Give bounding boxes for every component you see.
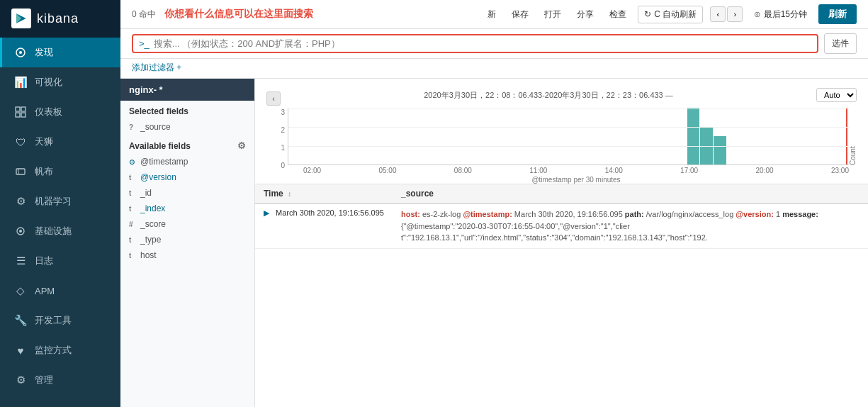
right-panel: ‹ 2020年3月30日，22：08：06.433-2020年3月30日，22：… [255,79,868,407]
y-tick-2: 2 [281,126,285,134]
inspect-button[interactable]: 检查 [605,6,631,23]
field-type-number: # [129,221,136,228]
sidebar-item-label: 仪表板 [35,106,62,118]
expand-row-button[interactable]: ▶ [264,208,269,218]
sidebar-item-label: 开发工具 [35,314,72,327]
left-panel: nginx- * Selected fields ? _source Avail… [120,79,255,407]
chart-collapse-button[interactable]: ‹ [266,91,281,106]
chart-bars-container [288,108,849,165]
results-area[interactable]: Time ↕ _source ▶ March 30th [255,184,868,407]
ml-icon: ⚙ [13,194,28,208]
kibana-logo-text: kibana [37,11,79,26]
topbar-right: 新 保存 打开 分享 检查 ↻ C 自动刷新 ‹ › ⊙ 最后15分钟 刷新 [483,4,857,24]
share-button[interactable]: 分享 [573,6,598,23]
field-type-clock: ⊙ [129,158,136,166]
svg-point-1 [19,51,22,54]
source-val-path: /var/log/nginx/access_log [646,210,736,218]
svg-rect-4 [16,113,20,117]
field-type-text5: t [129,252,136,260]
nav-next-button[interactable]: › [727,6,743,22]
content-area: nginx- * Selected fields ? _source Avail… [120,79,868,407]
field-type[interactable]: t _type [120,232,254,247]
auto-refresh-label: C 自动刷新 [654,9,697,21]
col-time[interactable]: Time ↕ [255,184,393,203]
field-type-text: t [129,174,136,182]
x-label-11: 11:00 [529,167,547,174]
sort-icon: ↕ [288,190,291,198]
x-label-02: 02:00 [303,167,321,174]
chart-bar-tall [687,108,700,165]
search-prompt-icon: >_ [139,38,150,49]
y-tick-3: 3 [281,108,285,116]
field-index[interactable]: t _index [120,201,254,216]
sidebar-item-monitoring[interactable]: ♥ 监控方式 [0,335,120,365]
discover-icon [13,45,28,60]
field-host[interactable]: t host [120,247,254,263]
chart-x-labels: 02:00 05:00 08:00 11:00 14:00 17:00 20:0… [288,165,849,174]
source-key-message: message: [782,210,818,218]
topbar-left: 0 命中 你想看什么信息可以在这里面搜索 [132,8,313,21]
x-label-23: 23:00 [831,167,849,174]
apm-icon: ◇ [13,284,28,298]
svg-rect-6 [16,169,25,174]
sidebar-item-label: 日志 [35,255,53,267]
sidebar-item-tianshi[interactable]: 🛡 天狮 [0,127,120,157]
sidebar-item-infra[interactable]: 基础设施 [0,216,120,246]
source-val-host: es-2-zk-log [422,210,463,218]
index-pattern-header[interactable]: nginx- * [120,79,254,101]
x-label-08: 08:00 [454,167,472,174]
infra-icon [13,224,28,238]
sidebar-item-discover[interactable]: 发现 [0,38,120,67]
search-input[interactable] [154,38,811,49]
sidebar-item-label: 基础设施 [35,225,72,238]
gear-icon[interactable]: ⚙ [237,140,246,151]
source-val-timestamp: March 30th 2020, 19:16:56.095 [514,210,625,218]
auto-refresh-button[interactable]: ↻ C 自动刷新 [638,6,703,23]
chart-interval-select[interactable]: Auto [816,88,857,102]
source-key-path: path: [625,210,644,218]
field-timestamp[interactable]: ⊙ @timestamp [120,154,254,169]
source-key-version: @version: [735,210,774,218]
source-val-message: {"@timestamp":"2020-03-30T07:16:55-04:00… [401,222,708,242]
source-cell: host: es-2-zk-log @timestamp: March 30th… [393,203,868,248]
visualize-icon: 📊 [13,75,28,89]
sidebar-item-label: 可视化 [35,76,62,89]
field-source[interactable]: ? _source [120,119,254,135]
sidebar-item-ml[interactable]: ⚙ 机器学习 [0,186,120,216]
sidebar-logo: kibana [0,0,120,38]
open-button[interactable]: 打开 [540,6,565,23]
nav-prev-button[interactable]: ‹ [710,6,726,22]
sidebar-item-label: 天狮 [35,135,53,148]
sidebar-item-label: 监控方式 [35,344,72,357]
sidebar-item-management[interactable]: ⚙ 管理 [0,365,120,395]
field-score[interactable]: # _score [120,216,254,232]
sidebar-item-logs[interactable]: ☰ 日志 [0,246,120,276]
management-icon: ⚙ [13,373,28,387]
field-id[interactable]: t _id [120,185,254,201]
y-axis-label: Count [849,108,857,184]
save-button[interactable]: 保存 [507,6,533,23]
time-cell: ▶ March 30th 2020, 19:16:56.095 [255,203,393,248]
last-time-button[interactable]: ⊙ 最后15分钟 [750,6,811,23]
field-name: _type [140,235,161,245]
sidebar-item-dashboard[interactable]: 仪表板 [0,97,120,127]
sidebar-item-label: 管理 [35,374,53,386]
chart-bars [288,108,849,165]
sidebar-item-label: 机器学习 [35,195,72,208]
dashboard-icon [13,105,28,119]
canvas-icon [13,165,28,179]
sidebar-item-label: APM [35,286,55,296]
sidebar-item-devtools[interactable]: 🔧 开发工具 [0,306,120,335]
field-version[interactable]: t @version [120,169,254,185]
x-label-20: 20:00 [756,167,774,174]
sidebar-item-visualize[interactable]: 📊 可视化 [0,67,120,97]
kibana-topbar: 0 命中 你想看什么信息可以在这里面搜索 新 保存 打开 分享 检查 ↻ C 自… [120,0,868,29]
logs-icon: ☰ [13,254,28,268]
add-filter-button[interactable]: 添加过滤器 + [132,62,181,74]
refresh-button[interactable]: 刷新 [818,4,857,24]
field-name: _index [140,203,165,213]
sidebar-item-apm[interactable]: ◇ APM [0,276,120,306]
new-button[interactable]: 新 [483,6,500,23]
sidebar-item-canvas[interactable]: 帆布 [0,157,120,186]
options-button[interactable]: 选件 [824,33,857,54]
